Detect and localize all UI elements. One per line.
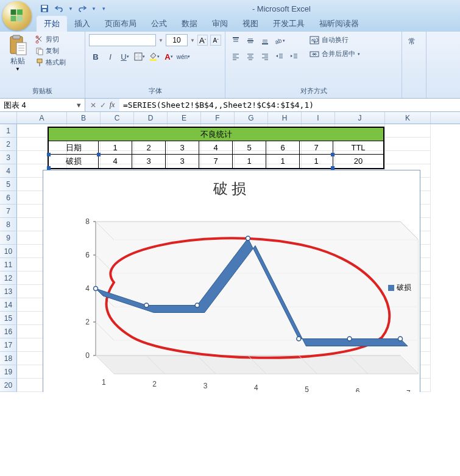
office-button[interactable] [2,1,32,30]
svg-rect-22 [150,59,157,61]
svg-text:2: 2 [152,380,157,388]
row-header[interactable]: 18 [0,352,17,365]
tab-开发工具[interactable]: 开发工具 [266,16,312,32]
svg-rect-8 [13,35,20,39]
column-header[interactable]: C [101,112,134,124]
table-data-cell: 1 [300,155,333,168]
grow-font-button[interactable]: Aˆ [197,35,208,46]
format-painter-label: 格式刷 [46,58,66,67]
font-color-button[interactable]: A▾ [162,50,175,63]
align-left-button[interactable] [229,50,242,63]
column-header[interactable]: H [268,112,302,124]
align-center-icon [246,52,255,61]
align-group-label: 对齐方式 [229,85,398,97]
border-button[interactable]: ▾ [133,50,146,63]
legend-label: 破损 [397,282,411,293]
row-header[interactable]: 10 [0,245,17,258]
tab-福昕阅读器[interactable]: 福昕阅读器 [312,16,366,32]
column-header[interactable]: E [168,112,201,124]
column-header[interactable]: J [335,112,385,124]
align-bottom-button[interactable] [258,34,272,47]
row-header[interactable]: 20 [0,379,17,392]
paste-button[interactable]: 粘贴 ▼ [4,34,32,72]
tab-开始[interactable]: 开始 [37,16,67,32]
row-header[interactable]: 9 [0,231,17,245]
paste-label: 粘贴 [10,56,25,66]
row-header[interactable]: 6 [0,191,17,205]
qat-redo-dropdown[interactable]: ▼ [91,6,96,12]
italic-button[interactable]: I [104,50,117,63]
svg-point-83 [398,337,403,341]
cancel-formula-icon[interactable]: ✕ [90,101,96,110]
decrease-indent-button[interactable] [273,50,286,63]
cell[interactable] [385,138,431,151]
align-center-button[interactable] [244,50,257,63]
cell[interactable] [385,151,431,164]
tab-视图[interactable]: 视图 [235,16,266,32]
tab-审阅[interactable]: 审阅 [205,16,235,32]
row-header[interactable]: 3 [0,151,17,164]
tab-页面布局[interactable]: 页面布局 [97,16,144,32]
font-size-input[interactable] [166,34,188,46]
row-header[interactable]: 1 [0,124,17,138]
copy-button[interactable]: 复制 [34,46,67,56]
row-header[interactable]: 16 [0,325,17,338]
brush-icon [35,58,44,67]
row-header[interactable]: 7 [0,205,17,218]
row-header[interactable]: 17 [0,338,17,352]
tab-插入[interactable]: 插入 [67,16,97,32]
column-header[interactable]: A [17,112,67,124]
qat-undo-dropdown[interactable]: ▼ [68,6,73,12]
row-header[interactable]: 19 [0,365,17,379]
align-top-icon [232,37,240,45]
chart-object[interactable]: 破损 024681234567破损 破损 [43,170,420,392]
paste-icon [8,34,27,56]
tab-公式[interactable]: 公式 [144,16,174,32]
bold-button[interactable]: B [89,50,102,63]
column-header[interactable]: F [201,112,235,124]
svg-text:ab: ab [274,37,283,45]
column-header[interactable]: D [134,112,168,124]
cut-button[interactable]: 剪切 [34,34,67,44]
align-middle-button[interactable] [244,34,257,47]
name-box[interactable]: 图表 4 ▾ [0,99,85,111]
row-header[interactable]: 14 [0,298,17,312]
row-header[interactable]: 15 [0,312,17,325]
orientation-button[interactable]: ab▾ [273,34,286,47]
row-header[interactable]: 8 [0,218,17,231]
row-header[interactable]: 13 [0,285,17,298]
shrink-font-button[interactable]: Aˇ [210,35,221,46]
svg-text:5: 5 [305,385,309,392]
underline-button[interactable]: U▾ [118,50,132,63]
phonetic-button[interactable]: wén▾ [177,50,190,63]
align-top-button[interactable] [229,34,242,47]
column-header[interactable]: I [302,112,335,124]
row-header[interactable]: 12 [0,271,17,285]
fill-color-button[interactable]: ▾ [147,50,161,63]
row-header[interactable]: 2 [0,138,17,151]
tab-数据[interactable]: 数据 [174,16,205,32]
column-header[interactable]: K [385,112,431,124]
qat-redo-button[interactable] [77,3,88,14]
font-name-input[interactable] [89,34,156,46]
format-painter-button[interactable]: 格式刷 [34,57,67,68]
cell[interactable] [385,124,431,138]
qat-save-button[interactable] [39,3,50,14]
qat-undo-button[interactable] [54,3,65,14]
increase-indent-icon [290,52,299,61]
align-right-button[interactable] [258,50,272,63]
column-header[interactable]: B [67,112,101,124]
row-header[interactable]: 4 [0,164,17,178]
table-row-label: 破损 [49,155,99,168]
merge-center-button[interactable]: 合并后居中 ▾ [307,48,363,60]
row-header[interactable]: 5 [0,178,17,191]
formula-bar[interactable]: =SERIES(Sheet2!$B$4,,Sheet2!$C$4:$I$4,1) [119,99,460,111]
wrap-text-button[interactable]: ab 自动换行 [307,34,363,46]
row-header[interactable]: 11 [0,258,17,271]
svg-rect-2 [11,16,16,21]
increase-indent-button[interactable] [288,50,301,63]
fx-icon[interactable]: fx [110,100,115,110]
column-header[interactable]: G [235,112,268,124]
enter-formula-icon[interactable]: ✓ [100,101,106,110]
select-all-corner[interactable] [0,112,17,124]
